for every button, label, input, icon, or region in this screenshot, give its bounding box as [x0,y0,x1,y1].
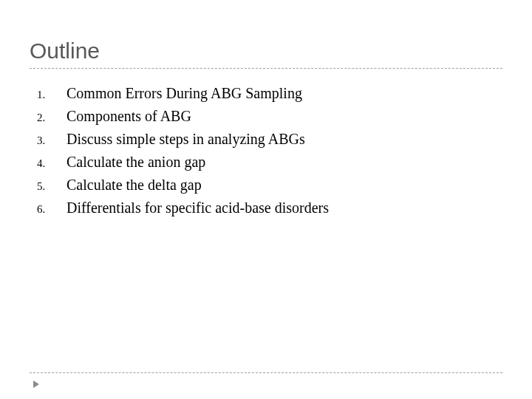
list-item-text: Calculate the delta gap [66,175,202,195]
triangle-bullet-icon [33,381,39,388]
list-item-text: Differentials for specific acid-base dis… [66,198,329,218]
list-item-text: Discuss simple steps in analyzing ABGs [66,129,305,149]
outline-list: Common Errors During ABG Sampling Compon… [30,83,502,218]
list-item-text: Common Errors During ABG Sampling [66,83,302,103]
list-item: Components of ABG [37,106,502,126]
title-divider [30,68,502,69]
list-item-text: Calculate the anion gap [66,152,205,172]
list-item: Discuss simple steps in analyzing ABGs [37,129,502,149]
slide-container: Outline Common Errors During ABG Samplin… [0,0,532,399]
bottom-divider [30,372,502,373]
list-item: Calculate the delta gap [37,175,502,195]
list-item: Calculate the anion gap [37,152,502,172]
list-item: Common Errors During ABG Sampling [37,83,502,103]
list-item-text: Components of ABG [66,106,191,126]
list-item: Differentials for specific acid-base dis… [37,198,502,218]
slide-title: Outline [30,38,502,64]
